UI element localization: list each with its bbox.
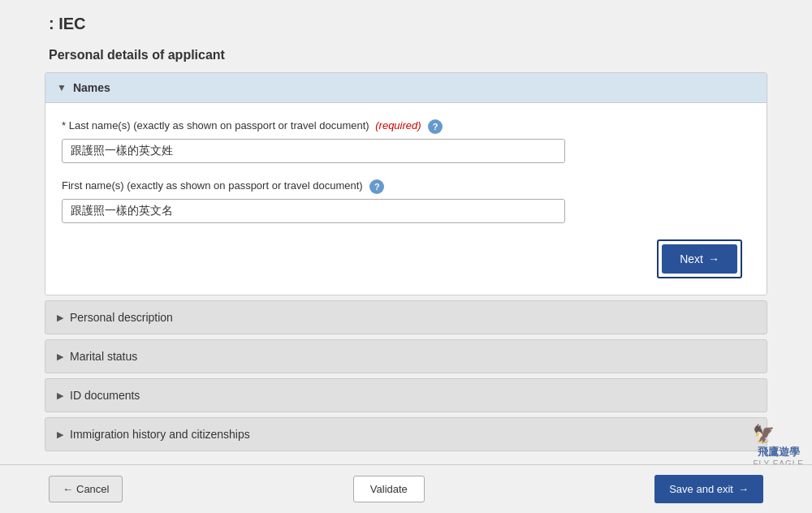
cancel-arrow-icon: ← xyxy=(63,483,73,495)
accordion-names-header[interactable]: ▼ Names xyxy=(45,73,767,102)
chevron-right-icon-1: ▶ xyxy=(57,313,63,323)
accordion-marital-status[interactable]: ▶ Marital status xyxy=(45,339,767,373)
chevron-down-icon: ▼ xyxy=(57,82,67,93)
save-exit-button[interactable]: Save and exit → xyxy=(654,475,763,503)
personal-description-label: Personal description xyxy=(70,311,173,324)
accordion-names-label: Names xyxy=(73,81,110,94)
next-arrow-icon: → xyxy=(708,252,719,265)
next-button-label: Next xyxy=(680,252,703,265)
cancel-button[interactable]: ← Cancel xyxy=(49,476,123,502)
page-wrapper: : IEC Personal details of applicant ▼ Na… xyxy=(0,0,812,513)
last-name-group: * Last name(s) (exactly as shown on pass… xyxy=(62,119,750,163)
watermark-brand: 飛鷹遊學 xyxy=(753,445,804,459)
chevron-right-icon-3: ▶ xyxy=(57,390,63,401)
last-name-required: (required) xyxy=(375,119,421,131)
id-documents-label: ID documents xyxy=(70,389,140,402)
immigration-history-label: Immigration history and citizenships xyxy=(70,428,250,441)
save-exit-button-label: Save and exit xyxy=(669,483,733,495)
last-name-label-text: Last name(s) (exactly as shown on passpo… xyxy=(69,119,369,131)
chevron-right-icon-4: ▶ xyxy=(57,429,63,440)
first-name-label: First name(s) (exactly as shown on passp… xyxy=(62,179,750,194)
accordion-personal-description[interactable]: ▶ Personal description xyxy=(45,300,767,334)
first-name-label-text: First name(s) (exactly as shown on passp… xyxy=(62,179,363,192)
last-name-help-icon[interactable]: ? xyxy=(428,119,443,134)
validate-button[interactable]: Validate xyxy=(353,476,425,502)
cancel-button-label: Cancel xyxy=(76,483,109,495)
bottom-bar: ← Cancel Validate Save and exit → xyxy=(0,464,812,513)
accordion-immigration-history[interactable]: ▶ Immigration history and citizenships xyxy=(45,417,767,451)
chevron-right-icon-2: ▶ xyxy=(57,351,63,362)
last-name-label: * Last name(s) (exactly as shown on pass… xyxy=(62,119,750,134)
next-btn-row: Next → xyxy=(62,239,750,278)
first-name-input[interactable] xyxy=(62,199,565,223)
validate-button-label: Validate xyxy=(370,483,408,495)
first-name-help-icon[interactable]: ? xyxy=(369,179,384,194)
save-exit-arrow-icon: → xyxy=(738,483,749,495)
section-title: Personal details of applicant xyxy=(0,41,812,72)
marital-status-label: Marital status xyxy=(70,350,137,363)
accordion-id-documents[interactable]: ▶ ID documents xyxy=(45,378,767,412)
accordion-names: ▼ Names * Last name(s) (exactly as shown… xyxy=(45,72,767,295)
eagle-icon: 🦅 xyxy=(753,424,804,445)
page-title: : IEC xyxy=(0,0,812,41)
next-button[interactable]: Next → xyxy=(662,244,737,274)
last-name-input[interactable] xyxy=(62,139,565,163)
first-name-group: First name(s) (exactly as shown on passp… xyxy=(62,179,750,223)
watermark: 🦅 飛鷹遊學 FLY EAGLE xyxy=(753,424,804,468)
main-content: ▼ Names * Last name(s) (exactly as shown… xyxy=(0,72,812,451)
accordion-names-body: * Last name(s) (exactly as shown on pass… xyxy=(45,102,767,295)
next-button-wrapper: Next → xyxy=(657,239,742,278)
